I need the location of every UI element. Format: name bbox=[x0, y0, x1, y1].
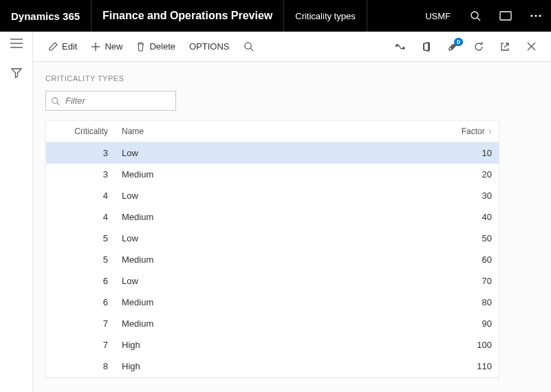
attachments-badge: 0 bbox=[454, 38, 463, 46]
cell-name[interactable]: Low bbox=[115, 270, 430, 292]
hamburger-icon[interactable] bbox=[10, 39, 23, 48]
svg-point-14 bbox=[403, 47, 404, 48]
column-header-factor[interactable]: Factor ↑ bbox=[430, 121, 499, 142]
nav-rail bbox=[0, 32, 33, 392]
edit-label: Edit bbox=[62, 41, 77, 52]
cell-factor[interactable]: 100 bbox=[430, 334, 499, 356]
filter-search-icon bbox=[51, 96, 60, 105]
cell-factor[interactable]: 10 bbox=[430, 142, 499, 164]
cell-name[interactable]: Medium bbox=[115, 164, 430, 185]
table-row[interactable]: 4Medium40 bbox=[46, 206, 499, 228]
cell-criticality[interactable]: 3 bbox=[46, 142, 115, 164]
page-content: CRITICALITY TYPES Criticality Name bbox=[33, 62, 551, 392]
cell-criticality[interactable]: 7 bbox=[46, 334, 115, 356]
column-header-name[interactable]: Name bbox=[115, 121, 430, 142]
new-label: New bbox=[105, 41, 122, 52]
svg-point-3 bbox=[530, 14, 532, 17]
svg-point-11 bbox=[244, 43, 250, 49]
cell-criticality[interactable]: 5 bbox=[46, 228, 115, 249]
column-header-criticality[interactable]: Criticality bbox=[46, 121, 115, 142]
svg-point-0 bbox=[471, 12, 478, 19]
action-bar: Edit New Delete OPTIONS bbox=[33, 32, 551, 62]
cell-criticality[interactable]: 5 bbox=[46, 249, 115, 270]
cell-criticality[interactable]: 4 bbox=[46, 185, 115, 206]
factor-header-label: Factor bbox=[462, 127, 485, 136]
svg-point-5 bbox=[539, 14, 541, 17]
table-row[interactable]: 8High110 bbox=[46, 356, 499, 377]
cell-factor[interactable]: 60 bbox=[430, 249, 499, 270]
table-row[interactable]: 7High100 bbox=[46, 334, 499, 356]
svg-point-17 bbox=[52, 98, 58, 103]
close-icon[interactable] bbox=[519, 35, 543, 58]
cell-factor[interactable]: 80 bbox=[430, 292, 499, 313]
page-heading: CRITICALITY TYPES bbox=[45, 74, 539, 83]
cell-factor[interactable]: 70 bbox=[430, 270, 499, 292]
edit-button[interactable]: Edit bbox=[41, 37, 84, 56]
connector-icon[interactable] bbox=[389, 35, 412, 58]
global-header: Dynamics 365 Finance and Operations Prev… bbox=[0, 0, 551, 32]
table-row[interactable]: 5Low50 bbox=[46, 228, 499, 249]
options-button[interactable]: OPTIONS bbox=[182, 37, 237, 56]
cell-name[interactable]: High bbox=[115, 356, 430, 377]
cell-name[interactable]: Medium bbox=[115, 292, 430, 313]
cell-name[interactable]: Medium bbox=[115, 249, 430, 270]
messages-icon[interactable] bbox=[490, 11, 521, 21]
find-button[interactable] bbox=[237, 37, 261, 56]
delete-button[interactable]: Delete bbox=[129, 37, 182, 56]
cell-criticality[interactable]: 7 bbox=[46, 313, 115, 334]
new-button[interactable]: New bbox=[84, 37, 129, 56]
table-row[interactable]: 3Medium20 bbox=[46, 164, 499, 185]
cell-factor[interactable]: 110 bbox=[430, 356, 499, 377]
delete-label: Delete bbox=[149, 41, 175, 52]
filter-input[interactable] bbox=[45, 91, 176, 111]
svg-rect-2 bbox=[500, 12, 511, 20]
popout-icon[interactable] bbox=[493, 35, 517, 58]
table-row[interactable]: 7Medium90 bbox=[46, 313, 499, 334]
svg-line-18 bbox=[57, 102, 59, 105]
table-row[interactable]: 6Low70 bbox=[46, 270, 499, 292]
data-grid: Criticality Name Factor ↑ 3Low103Medium2… bbox=[45, 120, 499, 378]
svg-point-4 bbox=[534, 14, 537, 17]
cell-factor[interactable]: 20 bbox=[430, 164, 499, 185]
office-icon[interactable] bbox=[415, 35, 438, 58]
cell-name[interactable]: Low bbox=[115, 142, 430, 164]
company-picker[interactable]: USMF bbox=[415, 11, 460, 21]
table-row[interactable]: 5Medium60 bbox=[46, 249, 499, 270]
cell-criticality[interactable]: 8 bbox=[46, 356, 115, 377]
cell-factor[interactable]: 90 bbox=[430, 313, 499, 334]
refresh-icon[interactable] bbox=[467, 35, 490, 58]
cell-name[interactable]: Medium bbox=[115, 206, 430, 228]
cell-name[interactable]: High bbox=[115, 334, 430, 356]
attachments-icon[interactable]: 0 bbox=[441, 35, 464, 58]
page-breadcrumb[interactable]: Criticality types bbox=[284, 0, 367, 32]
brand-label[interactable]: Dynamics 365 bbox=[0, 0, 91, 32]
svg-line-1 bbox=[477, 18, 480, 21]
table-row[interactable]: 6Medium80 bbox=[46, 292, 499, 313]
cell-criticality[interactable]: 4 bbox=[46, 206, 115, 228]
svg-point-13 bbox=[396, 44, 398, 45]
cell-name[interactable]: Medium bbox=[115, 313, 430, 334]
options-label: OPTIONS bbox=[189, 41, 230, 52]
more-icon[interactable] bbox=[521, 14, 551, 17]
cell-factor[interactable]: 30 bbox=[430, 185, 499, 206]
cell-factor[interactable]: 40 bbox=[430, 206, 499, 228]
cell-name[interactable]: Low bbox=[115, 228, 430, 249]
sort-asc-icon: ↑ bbox=[488, 128, 492, 135]
module-title[interactable]: Finance and Operations Preview bbox=[91, 0, 284, 32]
cell-criticality[interactable]: 6 bbox=[46, 270, 115, 292]
cell-criticality[interactable]: 3 bbox=[46, 164, 115, 185]
filter-icon[interactable] bbox=[11, 67, 22, 78]
svg-line-12 bbox=[250, 48, 253, 51]
search-icon[interactable] bbox=[460, 10, 490, 21]
cell-name[interactable]: Low bbox=[115, 185, 430, 206]
cell-criticality[interactable]: 6 bbox=[46, 292, 115, 313]
cell-factor[interactable]: 50 bbox=[430, 228, 499, 249]
table-row[interactable]: 3Low10 bbox=[46, 142, 499, 164]
table-row[interactable]: 4Low30 bbox=[46, 185, 499, 206]
